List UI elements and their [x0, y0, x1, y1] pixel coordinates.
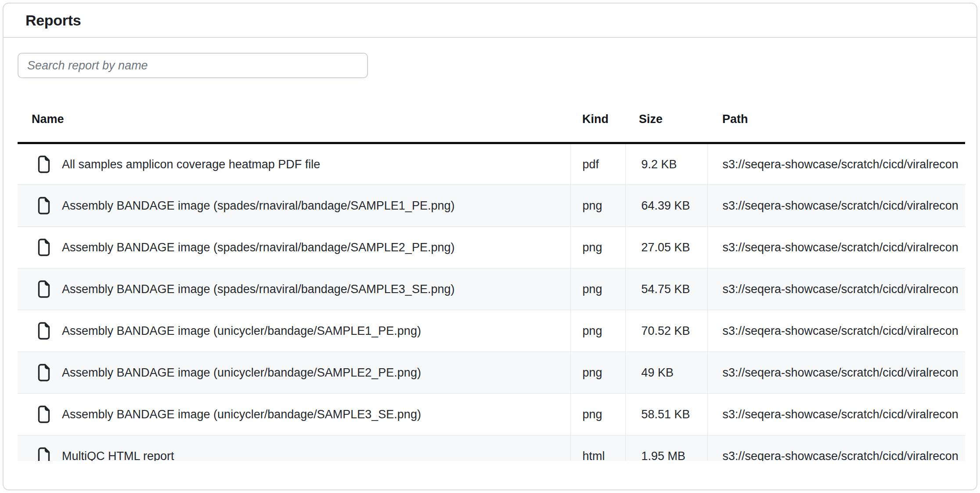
report-kind: png: [570, 394, 625, 435]
report-name-cell: Assembly BANDAGE image (unicycler/bandag…: [18, 352, 570, 394]
report-kind: png: [570, 227, 625, 268]
table-scroll-area[interactable]: Name Kind Size Path All samples amplicon…: [18, 102, 965, 461]
report-name: Assembly BANDAGE image (unicycler/bandag…: [62, 408, 421, 421]
report-size: 58.51 KB: [625, 394, 707, 435]
column-header-size: Size: [625, 102, 707, 143]
file-earmark-icon: [37, 322, 50, 340]
column-header-name: Name: [18, 102, 570, 143]
report-size: 70.52 KB: [625, 310, 707, 352]
file-earmark-icon: [37, 406, 50, 423]
report-size: 54.75 KB: [625, 268, 707, 310]
column-header-kind: Kind: [570, 102, 625, 143]
table-row[interactable]: Assembly BANDAGE image (spades/rnaviral/…: [18, 185, 965, 227]
report-name: Assembly BANDAGE image (spades/rnaviral/…: [62, 199, 454, 213]
report-path: s3://seqera-showcase/scratch/cicd/viralr…: [707, 185, 965, 227]
report-name-cell: All samples amplicon coverage heatmap PD…: [18, 143, 570, 185]
file-earmark-icon: [37, 280, 50, 298]
table-row[interactable]: Assembly BANDAGE image (spades/rnaviral/…: [18, 268, 965, 310]
table-row[interactable]: MultiQC HTML report html 1.95 MB s3://se…: [18, 435, 965, 461]
report-kind: png: [570, 352, 625, 394]
column-header-path: Path: [707, 102, 965, 143]
report-path: s3://seqera-showcase/scratch/cicd/viralr…: [707, 394, 965, 435]
report-name: Assembly BANDAGE image (spades/rnaviral/…: [62, 283, 454, 296]
report-path: s3://seqera-showcase/scratch/cicd/viralr…: [707, 435, 965, 461]
report-name: Assembly BANDAGE image (unicycler/bandag…: [62, 324, 421, 338]
report-name-cell: Assembly BANDAGE image (unicycler/bandag…: [18, 394, 570, 435]
search-input[interactable]: [18, 53, 368, 78]
report-name: All samples amplicon coverage heatmap PD…: [62, 158, 320, 171]
report-name: Assembly BANDAGE image (unicycler/bandag…: [62, 366, 421, 380]
report-name-cell: Assembly BANDAGE image (spades/rnaviral/…: [18, 185, 570, 227]
report-path: s3://seqera-showcase/scratch/cicd/viralr…: [707, 352, 965, 394]
report-kind: png: [570, 310, 625, 352]
table-row[interactable]: Assembly BANDAGE image (spades/rnaviral/…: [18, 227, 965, 268]
file-earmark-icon: [37, 239, 50, 256]
report-name-cell: Assembly BANDAGE image (spades/rnaviral/…: [18, 227, 570, 268]
report-kind: png: [570, 268, 625, 310]
file-earmark-icon: [37, 156, 50, 173]
report-path: s3://seqera-showcase/scratch/cicd/viralr…: [707, 143, 965, 185]
report-kind: png: [570, 185, 625, 227]
report-name: MultiQC HTML report: [62, 450, 174, 461]
file-earmark-icon: [37, 197, 50, 214]
table-row[interactable]: Assembly BANDAGE image (unicycler/bandag…: [18, 394, 965, 435]
page-title: Reports: [25, 12, 81, 29]
report-name-cell: Assembly BANDAGE image (unicycler/bandag…: [18, 310, 570, 352]
table-row[interactable]: Assembly BANDAGE image (unicycler/bandag…: [18, 310, 965, 352]
report-name-cell: Assembly BANDAGE image (spades/rnaviral/…: [18, 268, 570, 310]
report-size: 27.05 KB: [625, 227, 707, 268]
card-body: Name Kind Size Path All samples amplicon…: [4, 38, 976, 461]
table-row[interactable]: All samples amplicon coverage heatmap PD…: [18, 143, 965, 185]
report-size: 49 KB: [625, 352, 707, 394]
report-kind: html: [570, 435, 625, 461]
report-path: s3://seqera-showcase/scratch/cicd/viralr…: [707, 310, 965, 352]
report-path: s3://seqera-showcase/scratch/cicd/viralr…: [707, 268, 965, 310]
file-earmark-icon: [37, 364, 50, 381]
report-name-cell: MultiQC HTML report: [18, 435, 570, 461]
card-header: Reports: [4, 4, 976, 38]
report-name: Assembly BANDAGE image (spades/rnaviral/…: [62, 241, 454, 254]
reports-table: Name Kind Size Path All samples amplicon…: [18, 102, 965, 461]
file-earmark-icon: [37, 447, 50, 461]
report-kind: pdf: [570, 143, 625, 185]
report-size: 9.2 KB: [625, 143, 707, 185]
table-row[interactable]: Assembly BANDAGE image (unicycler/bandag…: [18, 352, 965, 394]
report-size: 1.95 MB: [625, 435, 707, 461]
report-size: 64.39 KB: [625, 185, 707, 227]
report-path: s3://seqera-showcase/scratch/cicd/viralr…: [707, 227, 965, 268]
table-header-row: Name Kind Size Path: [18, 102, 965, 143]
reports-card: Reports Name Kind Size Path: [3, 3, 977, 490]
